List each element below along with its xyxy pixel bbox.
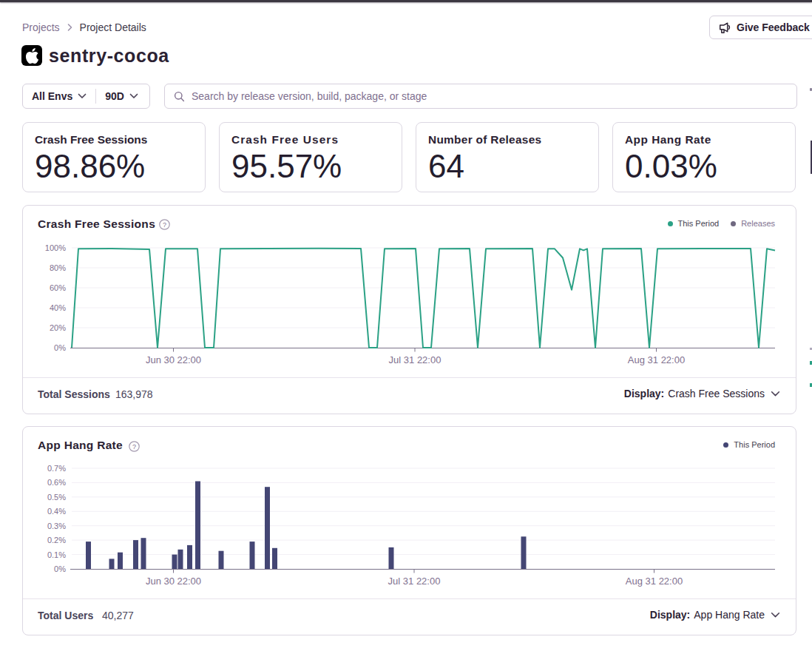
svg-text:0.3%: 0.3% [47, 522, 66, 530]
svg-text:0.4%: 0.4% [47, 507, 66, 516]
svg-text:Jun 30 22:00: Jun 30 22:00 [146, 354, 201, 365]
svg-text:0.6%: 0.6% [47, 478, 66, 487]
svg-text:0.1%: 0.1% [47, 550, 66, 559]
svg-text:Aug 31 22:00: Aug 31 22:00 [626, 576, 683, 587]
svg-text:Jun 30 22:00: Jun 30 22:00 [146, 576, 201, 587]
svg-text:0%: 0% [54, 564, 66, 573]
svg-text:Jul 31 22:00: Jul 31 22:00 [388, 576, 441, 587]
svg-text:40%: 40% [50, 303, 66, 312]
svg-text:0.7%: 0.7% [47, 464, 66, 473]
svg-text:100%: 100% [45, 243, 66, 252]
svg-text:0.2%: 0.2% [47, 536, 66, 544]
svg-text:20%: 20% [50, 323, 66, 332]
svg-text:80%: 80% [50, 263, 66, 272]
svg-text:0%: 0% [54, 343, 66, 352]
svg-text:Aug 31 22:00: Aug 31 22:00 [628, 354, 685, 365]
svg-text:60%: 60% [50, 283, 66, 292]
svg-text:0.5%: 0.5% [47, 493, 66, 502]
svg-text:Jul 31 22:00: Jul 31 22:00 [389, 354, 441, 365]
